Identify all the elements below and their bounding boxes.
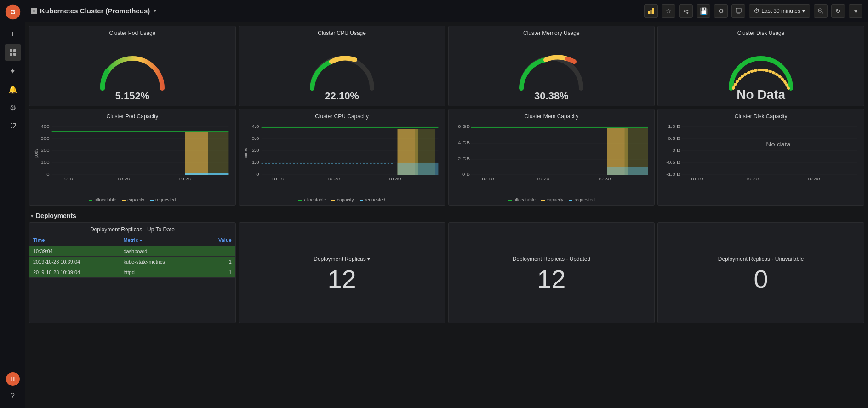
mem-capacity-legend: allocatable capacity requested: [449, 195, 655, 205]
sidebar-item-shield[interactable]: 🛡: [5, 118, 21, 134]
refresh-button[interactable]: ↻: [831, 4, 845, 18]
legend-label-allocatable: allocatable: [94, 197, 116, 202]
star-button[interactable]: ☆: [662, 4, 675, 18]
panel-disk-usage-title: Cluster Disk Usage: [734, 26, 788, 38]
pod-usage-value: 5.152%: [115, 90, 150, 102]
sidebar-item-add[interactable]: +: [5, 26, 21, 42]
sidebar-item-dashboard[interactable]: [5, 44, 21, 61]
refresh-dropdown-button[interactable]: ▾: [849, 4, 862, 18]
td-time: 2019-10-28 10:39:04: [29, 267, 120, 278]
disk-capacity-chart: 1.0 B 0.5 B 0 B -0.5 B -1.0 B No data 10…: [658, 121, 864, 205]
th-metric: Metric ▾: [120, 235, 201, 246]
table-header-row: Time Metric ▾ Value: [29, 235, 235, 246]
svg-text:0.5 B: 0.5 B: [668, 136, 680, 141]
svg-text:10:10: 10:10: [62, 177, 75, 181]
legend-capacity-cpu: capacity: [331, 197, 354, 202]
graph-button[interactable]: [644, 4, 658, 18]
panel-replicas-updated: Deployment Replicas - Updated 12: [448, 222, 655, 323]
legend-capacity-mem: capacity: [541, 197, 564, 202]
sidebar-item-explore[interactable]: ✦: [5, 63, 21, 79]
th-value: Value: [201, 235, 235, 246]
svg-text:10:10: 10:10: [271, 177, 285, 181]
table-row: 2019-10-28 10:39:04 httpd 1: [29, 267, 235, 278]
legend-capacity-pod: capacity: [122, 197, 144, 202]
title-dropdown-arrow[interactable]: ▼: [153, 8, 157, 13]
panel-mem-usage: Cluster Memory Usage 30.38%: [448, 26, 655, 106]
time-dropdown-arrow: ▾: [802, 8, 805, 14]
td-metric: kube-state-metrics: [120, 257, 201, 267]
svg-text:1.0 B: 1.0 B: [668, 124, 680, 129]
td-metric: httpd: [120, 267, 201, 278]
th-time: Time: [29, 235, 120, 246]
grafana-logo[interactable]: G: [5, 4, 21, 20]
panel-mem-capacity: Cluster Mem Capacity 6 GB 4 GB 2 GB 0 B: [448, 109, 655, 206]
sidebar-item-settings[interactable]: ⚙: [5, 99, 21, 116]
time-range-button[interactable]: ⏱ Last 30 minutes ▾: [749, 4, 810, 18]
capacity-panel-grid: Cluster Pod Capacity 400 300 200 100 0 p…: [29, 109, 864, 206]
legend-allocatable-pod: allocatable: [89, 197, 116, 202]
metric-sort-icon[interactable]: ▾: [140, 238, 142, 243]
td-value: 1: [201, 257, 235, 267]
panel-deployment-replicas: Deployment Replicas ▾ 12: [239, 222, 445, 323]
panel-cpu-usage: Cluster CPU Usage 22.10%: [239, 26, 445, 106]
panel-replicas-up-to-date: Deployment Replicas - Up To Date Time Me…: [29, 222, 236, 323]
panel-pod-usage: Cluster Pod Usage: [29, 26, 236, 106]
td-time: 2019-10-28 10:39:04: [29, 257, 120, 267]
time-range-label: Last 30 minutes: [761, 8, 800, 14]
cpu-capacity-chart: 4.0 3.0 2.0 1.0 0 cores: [239, 121, 445, 195]
svg-text:200: 200: [41, 148, 50, 153]
gauge-pod-svg: [96, 49, 169, 95]
sidebar-item-help[interactable]: ?: [5, 388, 21, 404]
svg-text:10:30: 10:30: [178, 177, 192, 181]
legend-requested-cpu: requested: [360, 197, 385, 202]
svg-text:-1.0 B: -1.0 B: [666, 172, 680, 177]
svg-text:0: 0: [46, 172, 50, 177]
topbar: Kubernetes Cluster (Prometheus) ▼ ☆ 💾 ⚙ …: [25, 0, 868, 22]
gauge-mem-svg: [514, 49, 588, 95]
svg-text:10:30: 10:30: [597, 177, 611, 181]
svg-rect-7: [651, 10, 652, 14]
panel-replicas-title: Deployment Replicas ▾: [310, 252, 374, 264]
panel-pod-capacity-title: Cluster Pod Capacity: [29, 109, 235, 121]
disk-capacity-svg: 1.0 B 0.5 B 0 B -0.5 B -1.0 B No data 10…: [662, 123, 860, 183]
panel-disk-usage: Cluster Disk Usage No Data: [657, 26, 864, 106]
save-button[interactable]: 💾: [697, 4, 710, 18]
share-button[interactable]: [679, 4, 693, 18]
table-row: 10:39:04 dashboard: [29, 246, 235, 257]
display-button[interactable]: [731, 4, 745, 18]
content-area: Cluster Pod Usage: [25, 22, 868, 408]
td-metric: dashboard: [120, 246, 201, 257]
main-area: Kubernetes Cluster (Prometheus) ▼ ☆ 💾 ⚙ …: [25, 0, 868, 408]
sidebar: G + ✦ 🔔 ⚙ 🛡 H ?: [0, 0, 25, 408]
svg-text:2 GB: 2 GB: [458, 156, 470, 161]
svg-text:4.0: 4.0: [251, 124, 259, 129]
settings-button[interactable]: ⚙: [714, 4, 728, 18]
zoom-out-button[interactable]: [814, 4, 828, 18]
svg-text:10:10: 10:10: [690, 177, 703, 181]
avatar[interactable]: H: [6, 372, 20, 386]
svg-line-12: [822, 12, 823, 13]
mem-capacity-chart: 6 GB 4 GB 2 GB 0 B: [449, 121, 655, 195]
legend-dot-requested: [150, 200, 154, 201]
sidebar-item-alert[interactable]: 🔔: [5, 81, 21, 98]
svg-text:pods: pods: [33, 149, 39, 157]
svg-text:1.0: 1.0: [251, 160, 259, 165]
page-title: Kubernetes Cluster (Prometheus) ▼: [31, 7, 157, 15]
svg-text:0 B: 0 B: [462, 172, 469, 177]
svg-text:300: 300: [41, 136, 50, 141]
legend-dot-capacity: [122, 200, 126, 201]
table-head: Time Metric ▾ Value: [29, 235, 235, 246]
svg-text:10:20: 10:20: [117, 177, 131, 181]
deployments-section-header[interactable]: ▾ Deployments: [29, 208, 864, 222]
svg-text:-0.5 B: -0.5 B: [666, 160, 680, 165]
panel-mem-usage-title: Cluster Memory Usage: [520, 26, 583, 38]
svg-rect-8: [652, 8, 654, 14]
svg-text:2.0: 2.0: [251, 148, 259, 153]
gauge-cpu-container: 22.10%: [239, 38, 445, 106]
svg-text:6 GB: 6 GB: [458, 124, 470, 129]
svg-text:cores: cores: [243, 148, 248, 158]
panel-replicas-unavailable-title: Deployment Replicas - Unavailable: [714, 252, 808, 264]
svg-text:G: G: [10, 8, 15, 16]
svg-rect-64: [607, 167, 648, 175]
deployment-panel-grid: Deployment Replicas - Up To Date Time Me…: [29, 222, 864, 323]
